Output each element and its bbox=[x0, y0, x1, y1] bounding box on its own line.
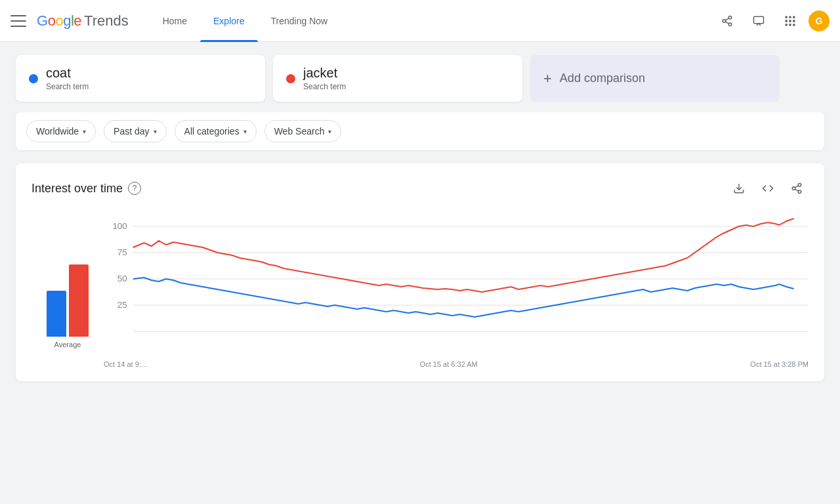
nav-item-trending[interactable]: Trending Now bbox=[258, 0, 341, 42]
chevron-down-icon-category: ▾ bbox=[243, 128, 247, 135]
avg-label: Average bbox=[54, 341, 81, 348]
chart-actions bbox=[727, 177, 808, 200]
svg-text:75: 75 bbox=[117, 248, 127, 257]
header-actions: G bbox=[714, 8, 830, 34]
svg-text:25: 25 bbox=[117, 301, 127, 310]
chart-card: Interest over time ? bbox=[16, 163, 824, 381]
svg-point-2 bbox=[728, 23, 732, 26]
x-label-1: Oct 15 at 6:32 AM bbox=[420, 360, 478, 368]
svg-point-0 bbox=[728, 16, 732, 19]
add-comparison-plus-icon: + bbox=[543, 70, 552, 87]
chevron-down-icon-type: ▾ bbox=[328, 128, 331, 135]
nav-item-explore[interactable]: Explore bbox=[200, 0, 257, 42]
term-dot-jacket bbox=[286, 74, 295, 83]
filter-row: Worldwide ▾ Past day ▾ All categories ▾ … bbox=[16, 112, 824, 150]
x-label-0: Oct 14 at 9:... bbox=[104, 360, 147, 368]
filter-region-label: Worldwide bbox=[36, 126, 79, 136]
filter-category-label: All categories bbox=[184, 126, 240, 136]
apps-button[interactable] bbox=[777, 8, 803, 34]
bar-coat bbox=[47, 291, 66, 337]
google-logo: Google bbox=[37, 12, 81, 30]
svg-rect-13 bbox=[789, 24, 791, 26]
svg-rect-6 bbox=[786, 16, 788, 18]
search-term-jacket[interactable]: jacket Search term bbox=[273, 55, 522, 102]
term-type-coat: Search term bbox=[46, 82, 89, 91]
term-info-jacket: jacket Search term bbox=[303, 66, 346, 91]
term-dot-coat bbox=[29, 74, 38, 83]
chart-title: Interest over time bbox=[32, 182, 123, 196]
svg-rect-10 bbox=[789, 20, 791, 22]
filter-type[interactable]: Web Search ▾ bbox=[264, 120, 342, 142]
chart-header: Interest over time ? bbox=[32, 177, 808, 200]
svg-point-16 bbox=[798, 184, 801, 187]
trends-label: Trends bbox=[84, 12, 129, 30]
nav: Home Explore Trending Now bbox=[150, 0, 714, 41]
svg-line-3 bbox=[725, 22, 728, 24]
bar-chart bbox=[47, 245, 89, 337]
x-label-2: Oct 15 at 3:28 PM bbox=[750, 360, 808, 368]
svg-rect-11 bbox=[793, 20, 795, 22]
share-chart-button[interactable] bbox=[785, 177, 808, 200]
svg-rect-9 bbox=[786, 20, 788, 22]
user-avatar[interactable]: G bbox=[808, 10, 830, 32]
filter-region[interactable]: Worldwide ▾ bbox=[26, 120, 96, 142]
help-icon[interactable]: ? bbox=[128, 182, 141, 195]
svg-line-20 bbox=[795, 186, 798, 188]
feedback-button[interactable] bbox=[746, 8, 772, 34]
filter-category[interactable]: All categories ▾ bbox=[175, 120, 257, 142]
filter-time-label: Past day bbox=[114, 126, 149, 136]
chevron-down-icon-time: ▾ bbox=[154, 128, 157, 135]
main-content: coat Search term jacket Search term + Ad… bbox=[0, 42, 840, 394]
download-button[interactable] bbox=[727, 177, 751, 200]
line-chart-svg: 100 75 50 25 bbox=[104, 213, 808, 358]
svg-point-1 bbox=[723, 19, 726, 22]
svg-point-18 bbox=[798, 190, 801, 194]
svg-text:100: 100 bbox=[112, 222, 127, 231]
chart-main: 100 75 50 25 Oct 14 at 9:... Oct 15 at 6… bbox=[104, 213, 808, 368]
svg-line-19 bbox=[795, 189, 798, 191]
svg-rect-7 bbox=[789, 16, 791, 18]
term-type-jacket: Search term bbox=[303, 82, 346, 91]
filter-type-label: Web Search bbox=[274, 126, 325, 136]
filter-time[interactable]: Past day ▾ bbox=[104, 120, 166, 142]
svg-rect-5 bbox=[754, 16, 764, 24]
term-name-jacket: jacket bbox=[303, 66, 346, 81]
term-name-coat: coat bbox=[46, 66, 89, 81]
red-line-jacket bbox=[133, 219, 794, 292]
chart-svg-container: 100 75 50 25 bbox=[104, 213, 808, 358]
svg-point-17 bbox=[792, 187, 795, 190]
chart-left: Average bbox=[32, 213, 104, 368]
chart-area: Average 100 75 50 bbox=[32, 213, 808, 368]
search-term-coat[interactable]: coat Search term bbox=[16, 55, 265, 102]
svg-line-4 bbox=[725, 18, 728, 20]
chevron-down-icon-region: ▾ bbox=[83, 128, 86, 135]
chart-x-labels: Oct 14 at 9:... Oct 15 at 6:32 AM Oct 15… bbox=[104, 358, 808, 368]
add-comparison-label: Add comparison bbox=[560, 72, 645, 85]
search-terms-row: coat Search term jacket Search term + Ad… bbox=[16, 55, 824, 102]
menu-icon[interactable] bbox=[10, 13, 26, 29]
chart-title-row: Interest over time ? bbox=[32, 182, 141, 196]
svg-rect-12 bbox=[786, 24, 788, 26]
nav-item-home[interactable]: Home bbox=[150, 0, 200, 42]
bar-jacket bbox=[69, 264, 89, 337]
svg-rect-8 bbox=[793, 16, 795, 18]
svg-text:50: 50 bbox=[117, 274, 127, 284]
embed-button[interactable] bbox=[756, 177, 780, 200]
header: Google Trends Home Explore Trending Now bbox=[0, 0, 840, 42]
share-button[interactable] bbox=[714, 8, 740, 34]
term-info-coat: coat Search term bbox=[46, 66, 89, 91]
blue-line-coat bbox=[133, 278, 794, 317]
add-comparison-card[interactable]: + Add comparison bbox=[530, 55, 780, 102]
svg-rect-14 bbox=[793, 24, 795, 26]
